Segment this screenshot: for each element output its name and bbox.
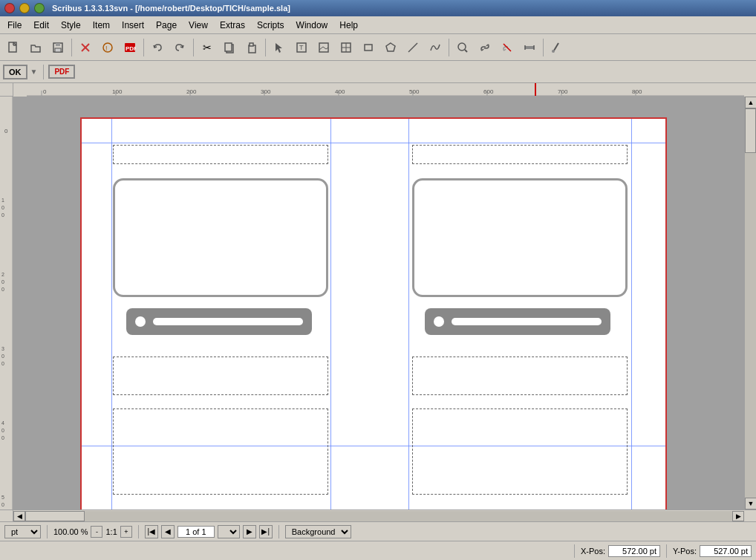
open-button[interactable]: [25, 37, 46, 58]
zoom-tool[interactable]: [452, 37, 473, 58]
scrollbar-down-button[interactable]: ▼: [745, 498, 756, 509]
zoom-label: 1:1: [105, 527, 117, 536]
menu-item[interactable]: Item: [87, 16, 116, 33]
text-frame-tool[interactable]: T: [291, 37, 312, 58]
zoom-out-button[interactable]: -: [91, 526, 102, 538]
svg-text:0: 0: [4, 128, 8, 134]
freehand-tool[interactable]: [425, 37, 446, 58]
page-number[interactable]: 1 of 1: [177, 526, 215, 538]
svg-text:1: 1: [1, 198, 4, 203]
vertical-ruler: 0 1 0 0 2 0 0 3 0 0 4 0 0 5 0: [0, 97, 13, 509]
menu-window[interactable]: Window: [290, 16, 334, 33]
toolbar: ! PDF ✂ T: [0, 34, 756, 61]
minimize-button[interactable]: [19, 3, 30, 13]
unit-dropdown[interactable]: pt mm in: [4, 525, 41, 538]
ok-button[interactable]: OK: [3, 65, 27, 79]
paste-button[interactable]: [241, 37, 262, 58]
menu-scripts[interactable]: Scripts: [251, 16, 290, 33]
statusbar-1: pt mm in 100.00 % - 1:1 + |◀ ◀ 1 of 1 1 …: [0, 521, 756, 541]
menu-file[interactable]: File: [1, 16, 27, 33]
zoom-in-button[interactable]: +: [120, 526, 132, 538]
cut-button[interactable]: ✂: [197, 37, 218, 58]
svg-text:4: 4: [1, 420, 4, 426]
modebar: OK ▼ PDF: [0, 61, 756, 83]
close-button[interactable]: [4, 3, 15, 13]
svg-marker-26: [386, 43, 395, 51]
svg-text:0: 0: [43, 88, 47, 95]
undo-button[interactable]: [147, 37, 168, 58]
menu-edit[interactable]: Edit: [27, 16, 55, 33]
unlink-tool[interactable]: [497, 37, 518, 58]
last-page-button[interactable]: ▶|: [259, 525, 273, 538]
canvas[interactable]: [13, 97, 744, 509]
bar-pill-left: [153, 318, 303, 325]
scrollbar-thumb-v[interactable]: [745, 108, 756, 153]
shape-tool[interactable]: [358, 37, 379, 58]
svg-point-8: [103, 43, 112, 52]
svg-text:500: 500: [409, 88, 420, 95]
scrollbar-track-h: [25, 511, 732, 521]
preflight-button[interactable]: !: [97, 37, 118, 58]
button-bar-left: [126, 308, 312, 335]
svg-text:800: 800: [632, 88, 642, 95]
scrollbar-up-button[interactable]: ▲: [745, 97, 756, 108]
guide-v-1: [111, 119, 112, 509]
new-button[interactable]: [3, 37, 24, 58]
svg-text:0: 0: [1, 287, 4, 292]
title-box-left: [113, 145, 328, 164]
svg-text:700: 700: [558, 88, 568, 95]
ypos-value: 527.00 pt: [700, 545, 752, 557]
menu-insert[interactable]: Insert: [116, 16, 150, 33]
svg-rect-5: [55, 48, 61, 52]
large-box-left-3: [113, 408, 328, 495]
guide-v-4: [631, 119, 632, 509]
button-bar-right: [425, 308, 610, 335]
svg-line-34: [554, 43, 558, 51]
first-page-button[interactable]: |◀: [145, 525, 158, 538]
page: [80, 117, 667, 509]
maximize-button[interactable]: [34, 3, 45, 13]
ruler-h-end: [744, 83, 756, 97]
menu-help[interactable]: Help: [333, 16, 364, 33]
menu-style[interactable]: Style: [55, 16, 87, 33]
layer-dropdown[interactable]: Background: [285, 525, 351, 538]
copy-button[interactable]: [219, 37, 240, 58]
svg-rect-13: [225, 43, 232, 51]
close-doc-button[interactable]: [75, 37, 96, 58]
prev-page-button[interactable]: ◀: [161, 525, 175, 538]
image-frame-tool[interactable]: [313, 37, 334, 58]
menu-page[interactable]: Page: [150, 16, 183, 33]
pdf-mode-button[interactable]: PDF: [48, 65, 75, 79]
modebar-sep: [43, 65, 44, 79]
next-page-button[interactable]: ▶: [243, 525, 256, 538]
menu-view[interactable]: View: [183, 16, 214, 33]
svg-line-29: [465, 50, 467, 52]
menu-extras[interactable]: Extras: [214, 16, 251, 33]
toolbar-separator-6: [543, 39, 544, 56]
scrollbar-right-button[interactable]: ▶: [732, 511, 744, 521]
eyedropper-tool[interactable]: [547, 37, 567, 58]
link-tool[interactable]: [475, 37, 495, 58]
small-box-left-2: [113, 356, 328, 395]
table-tool[interactable]: [336, 37, 356, 58]
scrollbar-left-button[interactable]: ◀: [13, 511, 25, 521]
svg-text:0: 0: [1, 279, 4, 284]
polygon-tool[interactable]: [380, 37, 401, 58]
save-button[interactable]: [48, 37, 68, 58]
scrollbar-thumb-h[interactable]: [25, 511, 85, 521]
scrollbar-track-v: [745, 108, 756, 498]
pdf-export-button[interactable]: PDF: [120, 37, 140, 58]
svg-text:0: 0: [1, 205, 4, 210]
toolbar-separator-5: [449, 39, 449, 56]
line-tool[interactable]: [403, 37, 423, 58]
redo-button[interactable]: [169, 37, 190, 58]
vertical-scrollbar[interactable]: ▲ ▼: [744, 97, 756, 509]
guide-v-2: [330, 119, 331, 509]
large-box-right-3: [412, 408, 628, 495]
page-select[interactable]: 1: [218, 525, 240, 538]
measure-tool[interactable]: [519, 37, 540, 58]
image-frame-right: [412, 178, 628, 297]
svg-text:100: 100: [112, 88, 123, 95]
horizontal-scrollbar[interactable]: ◀ ▶: [13, 510, 744, 521]
select-tool[interactable]: [269, 37, 290, 58]
